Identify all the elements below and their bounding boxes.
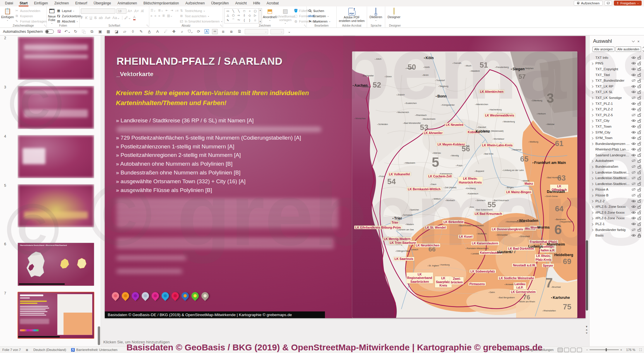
change-case-button[interactable]: Aa⌄ — [112, 16, 120, 20]
scrollbar-thumb[interactable] — [586, 240, 588, 311]
lock-toggle[interactable] — [636, 148, 642, 151]
layer-row[interactable]: TXT_LK SL — [590, 89, 644, 95]
expand-icon[interactable] — [591, 159, 594, 162]
outline-color-icon[interactable]: ▱ — [122, 29, 128, 34]
visibility-toggle[interactable] — [631, 171, 636, 174]
visibility-toggle[interactable] — [631, 90, 636, 93]
move-object-icon[interactable]: ▦ — [105, 29, 111, 34]
underline-button[interactable]: U — [90, 16, 92, 20]
expand-icon[interactable] — [591, 125, 594, 128]
text-fill-icon[interactable]: A̲ — [146, 29, 152, 34]
designer-button[interactable]: Designer — [386, 7, 402, 23]
visibility-toggle[interactable] — [631, 125, 636, 128]
layer-row[interactable]: TXT Info — [590, 55, 644, 61]
visibility-toggle[interactable] — [631, 188, 636, 191]
layer-row[interactable]: Autobahnen — [590, 158, 644, 164]
cut-button[interactable]: ✂Ausschneiden — [15, 8, 47, 13]
visibility-toggle[interactable] — [631, 56, 636, 59]
qat-size-select[interactable]: ⌄ — [270, 29, 284, 34]
language-indicator[interactable]: Deutsch (Deutschland) — [33, 348, 66, 352]
replace-button[interactable]: ab⇄Ersetzen⌄ — [308, 14, 331, 18]
reading-view-icon[interactable] — [571, 348, 576, 352]
ribbon-tab[interactable]: Ansicht — [232, 0, 250, 6]
paste-special-icon[interactable]: ⿻ — [81, 29, 87, 34]
lock-toggle[interactable] — [636, 61, 642, 65]
layer-row[interactable]: SYM_City — [590, 129, 644, 135]
shape-icon[interactable]: ⇩ — [243, 14, 245, 17]
ungroup-icon[interactable]: ⧇ — [228, 29, 234, 34]
duplicate-icon[interactable]: ⧉ — [89, 29, 95, 34]
expand-icon[interactable] — [591, 222, 594, 226]
layer-row[interactable]: Bundeslandgrenzen Sonstige — [590, 141, 644, 147]
lock-toggle[interactable] — [636, 119, 642, 123]
lock-toggle[interactable] — [636, 228, 642, 232]
slide-counter[interactable]: Folie 7 von 7 — [2, 348, 21, 352]
spellcheck-icon[interactable]: 🗉 — [25, 348, 29, 352]
new-slide-button[interactable]: 🗔 Neue Folie⌄ — [48, 7, 56, 23]
slide-thumbnail-6[interactable]: Übersichtskarte Deutschland • Rheinland-… — [18, 243, 94, 286]
shape-icon[interactable]: ╲ — [238, 9, 240, 13]
dialog-launcher-icon[interactable]: ⤡ — [44, 24, 46, 27]
pen-icon[interactable]: ✎ — [138, 29, 144, 34]
layer-row[interactable]: Flüsse B — [590, 192, 644, 198]
expand-icon[interactable] — [591, 96, 594, 100]
visibility-toggle[interactable] — [631, 194, 636, 197]
text-box-icon[interactable]: 🄰 — [204, 29, 210, 34]
visibility-toggle[interactable] — [631, 159, 636, 162]
expand-icon[interactable] — [591, 148, 594, 151]
ribbon-tab[interactable]: Übergänge — [90, 0, 114, 6]
lock-toggle[interactable] — [636, 210, 642, 214]
layer-row[interactable]: PLZ-2 — [590, 198, 644, 204]
layout-button[interactable]: ▦Layout⌄ — [56, 8, 81, 13]
lock-toggle[interactable] — [636, 84, 642, 88]
shape-icon[interactable]: { — [244, 19, 245, 22]
visibility-toggle[interactable] — [631, 96, 636, 99]
lock-toggle[interactable] — [636, 182, 642, 186]
layer-row[interactable]: #PLZ-5 Zone 7xxxx — [590, 215, 644, 221]
justify-icon[interactable]: ≣ — [162, 14, 165, 18]
layer-row[interactable]: Saarland Landesgrenze — [590, 152, 644, 158]
autosave-toggle[interactable] — [45, 30, 54, 34]
lock-toggle[interactable] — [636, 142, 642, 145]
lock-toggle[interactable] — [636, 79, 642, 83]
visibility-toggle[interactable] — [631, 68, 636, 71]
strikethrough-button[interactable]: S — [94, 16, 97, 20]
expand-icon[interactable] — [591, 171, 594, 174]
grow-font-icon[interactable]: A˄ — [128, 9, 132, 13]
visibility-toggle[interactable] — [631, 211, 636, 214]
shape-icon[interactable]: 〜 — [237, 18, 240, 22]
visibility-toggle[interactable] — [631, 217, 636, 220]
layer-row[interactable]: TXT_Copyright — [590, 66, 644, 72]
visibility-toggle[interactable] — [631, 200, 636, 203]
shape-icon[interactable]: ⬠ — [232, 14, 235, 17]
ribbon-tab[interactable]: Entwurf — [72, 0, 90, 6]
expand-icon[interactable] — [591, 211, 594, 214]
normal-view-icon[interactable] — [558, 348, 563, 352]
ribbon-tab[interactable]: Start — [16, 0, 31, 6]
expand-icon[interactable] — [591, 205, 594, 208]
layer-row[interactable]: SYM_Town — [590, 135, 644, 141]
layer-row[interactable]: Rheinland-Pfalz Landesgrenze — [590, 147, 644, 152]
shape-icon[interactable]: ◇ — [249, 14, 251, 17]
slide-thumbnail-7-selected[interactable] — [18, 292, 94, 339]
visibility-toggle[interactable] — [631, 205, 636, 208]
slide-canvas[interactable]: RHEINLAND-PFALZ / SAARLAND _Vektorkarte … — [105, 36, 585, 318]
lock-toggle[interactable] — [636, 90, 642, 94]
shape-icon[interactable]: □ — [243, 9, 245, 13]
expand-icon[interactable] — [591, 102, 594, 105]
lock-toggle[interactable] — [636, 216, 642, 220]
chevron-down-icon[interactable] — [631, 39, 636, 44]
slide-thumbnail-5[interactable] — [18, 184, 94, 227]
bold-button[interactable]: F — [81, 16, 83, 20]
shadow-button[interactable]: ab — [99, 16, 103, 20]
lock-toggle[interactable] — [636, 222, 642, 226]
lock-toggle[interactable] — [636, 159, 642, 163]
expand-icon[interactable] — [591, 131, 594, 134]
visibility-toggle[interactable] — [631, 176, 636, 179]
close-icon[interactable]: × — [636, 39, 641, 44]
font-size-select[interactable]: 18 — [117, 8, 126, 14]
reset-button[interactable]: 🗘Zurücksetzen — [56, 14, 81, 18]
columns-icon[interactable]: ▥⌄ — [167, 14, 173, 18]
clear-format-icon[interactable]: A̸ — [141, 9, 143, 13]
visibility-toggle[interactable] — [631, 154, 636, 157]
